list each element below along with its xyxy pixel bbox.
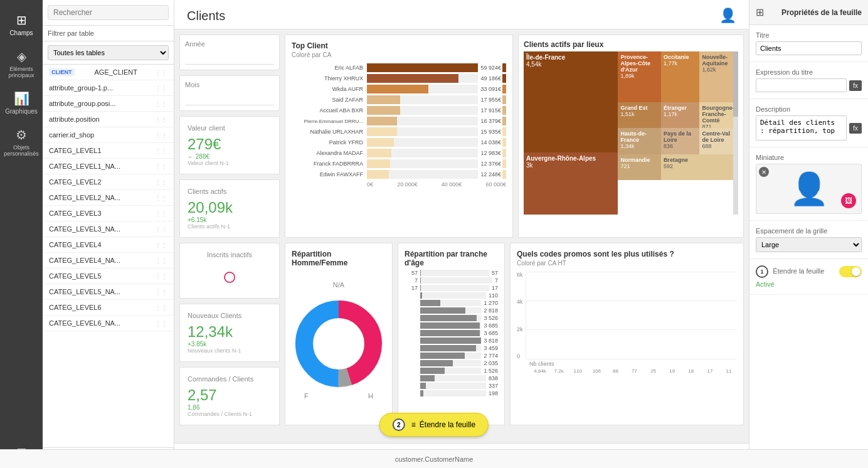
age-title: Répartition par tranche d'âge (405, 250, 498, 267)
filter-label: Filtrer par table (43, 26, 174, 41)
field-item-4[interactable]: carrier.id_shop ⋮⋮ (43, 127, 174, 143)
sidebar-label-objets: Objets personnalisés (0, 144, 43, 157)
sidebar-item-graphiques[interactable]: 📊 Graphiques (0, 85, 43, 121)
bar-indicator-7 (502, 138, 506, 147)
region-cvl[interactable]: Centre-Val de Loire 688 (699, 128, 738, 154)
age-fill (420, 330, 480, 336)
region-occ[interactable]: Occitanie 1,77k (661, 51, 700, 102)
drag-icon: ⋮⋮ (155, 179, 167, 186)
fields-icon: ⊞ (16, 13, 27, 28)
sidebar-item-objets[interactable]: ⚙ Objets personnalisés (0, 121, 43, 163)
field-item-13[interactable]: CATEG_LEVEL5 ⋮⋮ (43, 269, 174, 284)
bar-track-7 (367, 138, 478, 147)
field-item-15[interactable]: CATEG_LEVEL6 ⋮⋮ (43, 300, 174, 316)
region-idf[interactable]: Île-de-France 4,54k (524, 51, 618, 152)
kpi-actifs-value: 20,09k (188, 199, 233, 216)
age-fill (420, 270, 421, 276)
age-bar-row-5: 2 818 (405, 307, 498, 314)
miniature-close-button[interactable]: ✕ (759, 167, 769, 177)
field-item-10[interactable]: CATEG_LEVEL3_NA... ⋮⋮ (43, 221, 174, 237)
bar-row-9: Franck FADBRRRA 12 376€ (292, 159, 506, 168)
mois-input[interactable] (185, 91, 274, 105)
espacement-dropdown[interactable]: Petit Moyen Large Très large (756, 237, 862, 252)
mois-label: Mois (185, 81, 274, 88)
left-sidebar: ⊞ Champs ◈ Éléments principaux 📊 Graphiq… (0, 0, 43, 468)
field-item-7[interactable]: CATEG_LEVEL2 ⋮⋮ (43, 174, 174, 190)
bar-row-8: Alexandra MADAF 12 983€ (292, 149, 506, 157)
annee-input[interactable] (185, 50, 274, 65)
miniature-avatar-icon: 👤 (790, 171, 828, 207)
field-label: CATEG_LEVEL4_NA... (49, 257, 120, 264)
region-pdl[interactable]: Pays de la Loire 836 (661, 128, 700, 154)
field-item-2[interactable]: attribute_group.posi... ⋮⋮ (43, 96, 174, 112)
pv-0: 4,64k (532, 368, 548, 374)
field-item-16[interactable]: CATEG_LEVEL6_NA... ⋮⋮ (43, 316, 174, 331)
region-bfc[interactable]: Bourgogne-Franche-Comté 871 (699, 102, 738, 129)
age-label: 7 (405, 277, 420, 284)
field-item-1[interactable]: attribute_group-1.p... ⋮⋮ (43, 80, 174, 96)
bar-value-1: 49 186€ (480, 75, 501, 82)
drag-icon: ⋮⋮ (155, 226, 167, 233)
field-label: CATEG_LEVEL3 (49, 210, 102, 217)
field-item-5[interactable]: CATEG_LEVEL1 ⋮⋮ (43, 143, 174, 159)
bar-fill-0 (367, 63, 478, 72)
main-header: Clients 👤 (174, 0, 749, 29)
age-value: 3 526 (484, 315, 498, 321)
age-value: 838 (489, 375, 498, 381)
treemap-container: Île-de-France 4,54k Auvergne-Rhône-Alpes… (524, 51, 738, 215)
field-item-11[interactable]: CATEG_LEVEL4 ⋮⋮ (43, 237, 174, 253)
expression-input[interactable] (756, 78, 847, 92)
bar-fill-2 (367, 85, 428, 93)
bar-fill-5 (367, 117, 397, 125)
field-label: CATEG_LEVEL3_NA... (49, 225, 120, 233)
table-dropdown[interactable]: Toutes les tables (48, 45, 169, 60)
age-bar-row-10: 3 459 (405, 345, 498, 351)
miniature-edit-button[interactable]: 🖼 (841, 193, 856, 208)
drag-icon: ⋮⋮ (155, 132, 167, 139)
promo-bars-area (526, 272, 737, 359)
region-aura[interactable]: Auvergne-Rhône-Alpes 3k (524, 152, 618, 215)
sidebar-item-elements[interactable]: ◈ Éléments principaux (0, 43, 43, 85)
region-ge[interactable]: Grand Est 1,51k (618, 102, 660, 129)
age-track (420, 353, 481, 359)
field-item-6[interactable]: CATEG_LEVEL1_NA... ⋮⋮ (43, 159, 174, 174)
field-item-3[interactable]: attribute.position ⋮⋮ (43, 112, 174, 127)
sidebar-label-graphiques: Graphiques (5, 108, 38, 115)
age-value: 2 035 (484, 360, 498, 366)
etendre-toggle[interactable] (839, 266, 862, 277)
field-item-14[interactable]: CATEG_LEVEL5_NA... ⋮⋮ (43, 284, 174, 300)
bar-indicator-8 (502, 149, 506, 157)
bar-indicator-6 (502, 127, 506, 136)
region-paca[interactable]: Provence-Alpes-Côte d'Azur 1,89k (618, 51, 660, 102)
field-item-age-client[interactable]: CLIENT AGE_CLIENT ⋮⋮ (43, 65, 174, 80)
region-hdf-value: 1,34k (620, 143, 658, 149)
field-item-8[interactable]: CATEG_LEVEL2_NA... ⋮⋮ (43, 190, 174, 206)
field-item-9[interactable]: CATEG_LEVEL3 ⋮⋮ (43, 206, 174, 221)
bar-track-6 (367, 127, 478, 136)
expression-fx-button[interactable]: fx (849, 80, 862, 91)
age-fill (420, 375, 435, 381)
region-etr[interactable]: Étranger 1,17k (661, 102, 700, 129)
region-norm[interactable]: Normandie 721 (618, 154, 660, 181)
extend-feuille-button[interactable]: 2 ≡ Étendre la feuille (379, 413, 489, 437)
age-value: 198 (489, 390, 498, 396)
age-label: 17 (405, 285, 420, 291)
drag-icon: ⋮⋮ (155, 147, 167, 154)
y-label-2k: 2k (517, 326, 523, 332)
region-na-label: Nouvelle-Aquitaine (702, 54, 736, 66)
table-select-container: Toutes les tables (43, 41, 174, 65)
region-hdf[interactable]: Hauts-de-France 1,34k (618, 128, 660, 154)
bar-fill-10 (367, 170, 389, 179)
region-na[interactable]: Nouvelle-Aquitaine 1,62k (699, 51, 738, 102)
y-label-6k: 6k (517, 272, 523, 278)
description-textarea[interactable]: Détail des clients : répartition, top (756, 115, 847, 141)
description-fx-button[interactable]: fx (849, 123, 862, 134)
region-bret-value: 592 (664, 163, 736, 169)
region-bret[interactable]: Bretagne 592 (661, 154, 738, 181)
drag-icon: ⋮⋮ (155, 194, 167, 201)
field-item-12[interactable]: CATEG_LEVEL4_NA... ⋮⋮ (43, 253, 174, 269)
search-input[interactable] (48, 5, 169, 20)
titre-input[interactable] (756, 41, 862, 55)
sidebar-item-champs[interactable]: ⊞ Champs (0, 6, 43, 43)
promo-chart-area: 6k 4k 2k 0 (517, 272, 737, 359)
